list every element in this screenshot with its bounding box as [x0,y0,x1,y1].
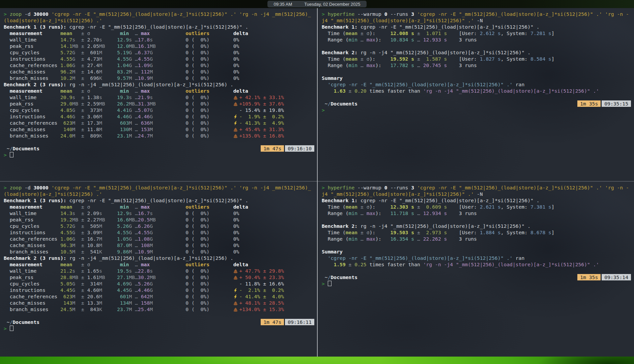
table-row: wall_time20.9s±1.38s19.3s…21.9s0 ( 0%)+ … [4,94,321,100]
text-segment: … [357,62,367,68]
command-line: > zoop -d 30000 'cgrep -nr -E "_mm(512|2… [4,11,321,17]
path-separator: / [328,274,331,280]
mean-unit: G [72,229,78,236]
poop-icon [233,100,239,107]
plus-minus: ± [78,49,87,56]
max-unit: MB [150,216,156,223]
text-segment: 16.354 s [390,236,414,242]
table-row: cpu_cycles4.85G±373M4.41G…5.07G0 ( 0%)- … [4,107,321,113]
duration-badge: 1m 47s [261,319,284,325]
ellipsis: … [135,43,138,49]
sigma-unit: M [99,242,105,248]
mean-value: 21.2 [60,268,72,274]
terminal-pane-top-left[interactable]: > zoop -d 30000 'cgrep -nr -E "_mm(512|2… [0,8,321,184]
poop-icon [233,94,239,100]
text-segment [236,184,239,191]
prompt-arrow: > [4,325,10,332]
text-segment [414,184,417,191]
pad [322,274,325,280]
text-segment: 8.678 s [530,229,551,236]
table-row: branch_misses24.5M±843K23.7M…25.4M0 ( 0%… [4,306,321,312]
col-outliers: outliers [185,30,209,36]
col-sigma: σ [87,88,99,94]
min-value: 19.5 [117,268,129,274]
text-segment: Range ( [322,210,349,216]
col-mean: mean [60,261,72,268]
min-value: 130 [117,126,129,132]
plus-minus: ± [78,75,87,81]
delta-cell: 0% [233,43,239,49]
text-segment: [User: [447,30,480,36]
terminal-pane-top-right[interactable]: > hyperfine --warmup 0 --runs 3 'cgrep -… [318,8,634,184]
prompt-arrow: > [322,107,328,113]
min-value: 4.45 [117,287,129,293]
table-row: peak_rss19.2MB±2.27MB16.6MB…20.5MB0 ( 0%… [4,216,321,223]
outliers-value: 0 ( 0%) [185,126,209,132]
text-segment: mean [346,204,357,210]
measurement-name: instructions [10,229,60,236]
mean-value: 1.06 [60,62,72,68]
max-unit: MB [150,274,156,280]
col-delta: delta [233,30,248,36]
measurement-name: cache_references [10,293,60,300]
text-segment: Benchmark 1: [322,24,357,30]
zap-icon [233,120,239,126]
plus-minus: ± [78,210,87,216]
blank-line [322,68,634,75]
text-segment: zoop [10,184,22,191]
text-segment: mean [346,56,357,62]
text-segment: ): [370,56,391,62]
terminal-pane-bottom-right[interactable]: > hyperfine --warmup 0 --runs 3 'cgrep -… [318,182,634,359]
text-segment: 'cgrep -nr -E "_mm(512|256)_(load|store)… [328,81,513,88]
max-unit: M [150,75,156,81]
summary-heading: Summary [322,248,634,255]
clock-pill[interactable]: 09:35 AM Tuesday, 02 December 2025 [267,1,366,7]
plus-minus: ± [78,94,87,100]
text-segment: ] [551,30,554,36]
outliers-value: 0 ( 0%) [185,229,209,236]
delta-value: - 1.9% ± 0.2% [239,113,284,120]
poop-icon [233,300,239,306]
text-segment: 10.834 s [390,36,414,43]
delta-cell: - 41.3% ± 4.9% [233,120,284,126]
text-segment: 0 [384,184,387,191]
sigma-value: 11.8 [87,126,99,132]
text-segment: 0 [384,11,387,17]
mean-value: 10.5 [60,248,72,255]
mean-unit: s [72,36,78,43]
range-line: Range (min … max): 17.782 s … 20.745 s 3… [322,62,634,68]
text-segment: 3 runs [459,210,477,216]
measurement-name: instructions [10,287,60,293]
col-outliers: outliers [185,204,209,210]
text-segment: ± [346,261,355,268]
text-segment: min [349,36,358,43]
table-header-row: measurementmean±σmin…maxoutliersdelta [4,261,321,268]
table-header-row: measurementmean±σmin…maxoutliersdelta [4,88,321,94]
text-segment: Time ( [322,30,346,36]
measurement-name: instructions [10,56,60,62]
terminal-pane-bottom-left[interactable]: > zoop -d 30000 'cgrep -nr -E "_mm(512|2… [0,182,321,359]
plus-minus: ± [78,88,87,94]
plus-minus: ± [78,229,87,236]
text-segment: Time ( [322,56,346,62]
table-row: branch_misses24.0M±809K23.1M…24.7M0 ( 0%… [4,132,321,139]
ellipsis: … [135,75,138,81]
col-delta: delta [233,204,248,210]
min-unit: G [129,62,135,68]
max-unit: MB [150,100,156,107]
table-row: cpu_cycles5.05G±314M4.69G…5.26G0 ( 0%)- … [4,280,321,287]
measurement-name: peak_rss [10,216,60,223]
col-measurement: measurement [10,261,60,268]
text-segment: Benchmark 1 (3 runs): [4,197,66,204]
min-value: 5.19 [117,49,129,56]
shell-prompt-line: > [4,325,321,332]
text-segment: 'rg -n - [605,11,629,17]
text-segment: 2.621 s [480,204,501,210]
sigma-unit: M [99,293,105,300]
mean-unit: M [72,293,78,300]
sigma-unit: M [99,68,105,75]
text-segment: σ [367,56,370,62]
plus-minus: ± [78,120,87,126]
table-row: cache_references623M±20.6M601M…642M0 ( 0… [4,293,321,300]
clock-badge: 09:16:10 [285,145,314,152]
